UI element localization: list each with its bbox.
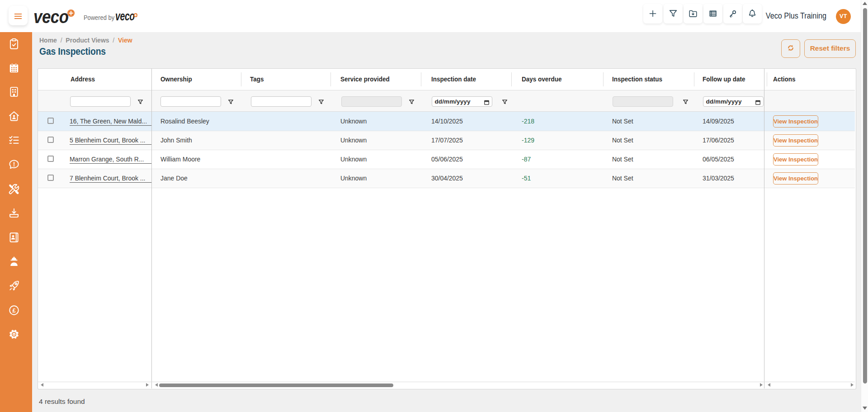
svg-text:£: £ [12, 307, 16, 314]
